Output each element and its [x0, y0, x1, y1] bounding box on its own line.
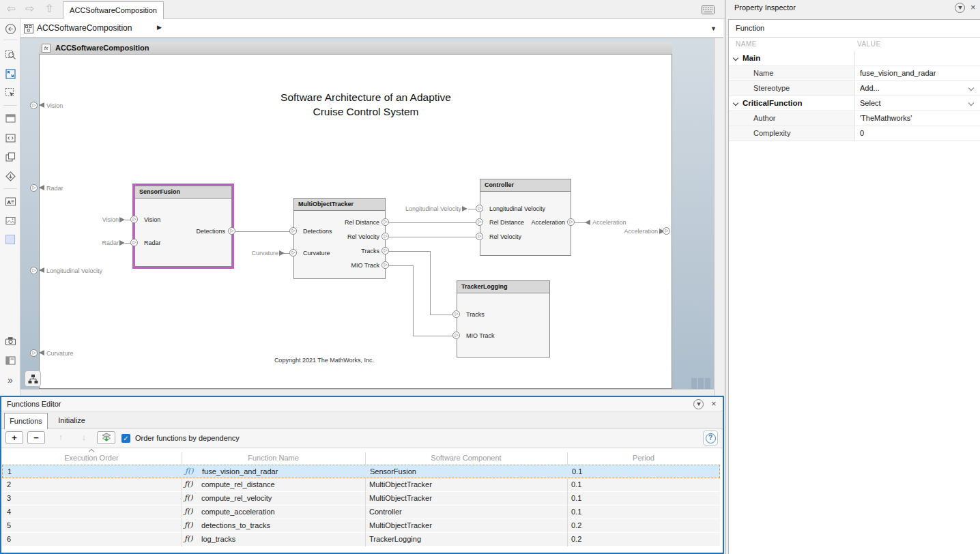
port-out-detections-icon[interactable]: [228, 227, 235, 235]
create-stub-button[interactable]: [97, 431, 115, 444]
route-icon[interactable]: [2, 168, 18, 184]
minimize-panel-icon[interactable]: [693, 399, 704, 409]
port-in-mio-track-icon[interactable]: [452, 332, 460, 339]
signal-label-longitudinal-velocity[interactable]: Longitudinal Velocity: [388, 205, 461, 212]
fit-to-view-icon[interactable]: [2, 65, 18, 82]
move-up-button[interactable]: ↑: [52, 431, 70, 444]
chevron-down-icon[interactable]: [968, 100, 974, 106]
wire[interactable]: [413, 336, 453, 336]
port-out-rel-distance-icon[interactable]: [381, 218, 389, 226]
wire[interactable]: [235, 231, 290, 232]
vertical-scrollbar[interactable]: [714, 38, 723, 396]
hide-browser-icon[interactable]: [2, 20, 18, 37]
breadcrumb-caret-icon[interactable]: ▶: [157, 24, 162, 31]
edge-port-vision-label[interactable]: Vision: [46, 102, 63, 109]
wire[interactable]: [389, 251, 431, 252]
port-in-rel-velocity-icon[interactable]: [476, 233, 483, 240]
port-in-longitudinal-velocity-icon[interactable]: [476, 205, 483, 212]
wire[interactable]: [575, 222, 586, 223]
complexity-value-field[interactable]: 0: [860, 129, 864, 137]
close-panel-icon[interactable]: ×: [711, 399, 717, 409]
viewport-icon[interactable]: [2, 110, 18, 126]
port-in-tracks-icon[interactable]: [452, 310, 460, 318]
zoom-region-icon[interactable]: [2, 46, 18, 63]
add-function-button[interactable]: +: [5, 431, 23, 444]
keyboard-icon[interactable]: [702, 5, 715, 16]
name-value-field[interactable]: fuse_vision_and_radar: [860, 69, 936, 77]
resize-handle[interactable]: [691, 378, 710, 389]
back-icon[interactable]: ⇦: [3, 2, 19, 15]
breadcrumb-dropdown-icon[interactable]: ▼: [710, 25, 717, 32]
column-header-software-component[interactable]: Software Component: [365, 452, 567, 463]
wire[interactable]: [430, 315, 453, 315]
signal-label-radar[interactable]: Radar: [45, 239, 119, 246]
close-panel-icon[interactable]: ×: [970, 3, 976, 12]
tab-functions[interactable]: Functions: [4, 413, 48, 429]
horizontal-scrollbar[interactable]: [20, 389, 714, 396]
image-annotation-icon[interactable]: [2, 212, 18, 229]
expand-toolbar-icon[interactable]: »: [2, 372, 18, 388]
chevron-down-icon[interactable]: [968, 85, 974, 91]
port-in-curvature-icon[interactable]: [289, 249, 297, 257]
port-out-mio-track-icon[interactable]: [381, 261, 389, 269]
column-header-execution-order[interactable]: Execution Order: [1, 452, 182, 463]
breadcrumb-model[interactable]: ACCSoftwareComposition: [37, 23, 132, 33]
port-in-detections-icon[interactable]: [289, 227, 297, 235]
author-value-field[interactable]: 'TheMathworks': [860, 114, 912, 122]
table-row[interactable]: 3 ƒ() compute_rel_velocity MultiObjectTr…: [2, 492, 720, 505]
column-header-period[interactable]: Period: [567, 452, 720, 463]
chevron-down-icon[interactable]: [733, 100, 738, 106]
stereotype-dropdown[interactable]: Add...: [860, 84, 880, 92]
signal-label-curvature[interactable]: Curvature: [203, 250, 278, 257]
wire[interactable]: [389, 265, 414, 266]
port-in-vision-icon[interactable]: [130, 216, 138, 223]
move-down-button[interactable]: ↓: [75, 431, 93, 444]
select-region-icon[interactable]: [2, 85, 18, 101]
chevron-down-icon[interactable]: [733, 55, 738, 61]
panel-layout-icon[interactable]: [2, 352, 18, 368]
remove-function-button[interactable]: −: [27, 431, 45, 444]
screenshot-icon[interactable]: [2, 333, 18, 349]
edge-port-vision-icon[interactable]: [30, 102, 38, 109]
block-trackerlogging[interactable]: TrackerLogging: [457, 280, 550, 358]
table-row[interactable]: 4 ƒ() compute_acceleration Controller 0.…: [2, 506, 720, 519]
edge-port-longitudinal-velocity-label[interactable]: Longitudinal Velocity: [46, 267, 102, 274]
port-in-rel-distance-icon[interactable]: [476, 218, 483, 226]
tab-accsoftwarecomposition[interactable]: ACCSoftwareComposition: [63, 1, 164, 19]
signal-label-vision[interactable]: Vision: [45, 216, 119, 223]
edge-port-longitudinal-velocity-icon[interactable]: [30, 267, 38, 274]
port-out-tracks-icon[interactable]: [381, 247, 389, 254]
table-row[interactable]: 2 ƒ() compute_rel_distance MultiObjectTr…: [2, 478, 720, 491]
wire[interactable]: [430, 251, 431, 315]
wire[interactable]: [389, 237, 476, 237]
edge-port-acceleration-label[interactable]: Acceleration: [583, 228, 658, 235]
tab-initialize[interactable]: Initialize: [49, 413, 94, 428]
code-view-icon[interactable]: [2, 130, 18, 146]
forward-icon[interactable]: ⇨: [22, 2, 38, 15]
signal-label-acceleration[interactable]: Acceleration: [592, 219, 626, 226]
edge-port-curvature-icon[interactable]: [30, 349, 38, 357]
block-controller[interactable]: Controller: [480, 179, 571, 256]
help-button[interactable]: ?: [703, 431, 718, 446]
table-row[interactable]: 6 ƒ() log_tracks TrackerLogging 0.2: [2, 533, 720, 546]
edge-port-acceleration-icon[interactable]: [663, 227, 670, 235]
minimize-panel-icon[interactable]: [955, 3, 965, 13]
annotation-icon[interactable]: A: [2, 193, 18, 209]
port-out-rel-velocity-icon[interactable]: [381, 233, 389, 240]
hierarchy-view-button[interactable]: [25, 370, 41, 387]
edge-port-curvature-label[interactable]: Curvature: [46, 350, 74, 357]
area-annotation-icon[interactable]: [2, 231, 18, 248]
duplicate-icon[interactable]: [2, 149, 18, 165]
column-header-function-name[interactable]: Function Name: [182, 452, 365, 463]
table-row[interactable]: 5 ƒ() detections_to_tracks MultiObjectTr…: [2, 519, 720, 532]
diagram-canvas[interactable]: ACCSoftwareComposition Software Architec…: [20, 38, 723, 396]
edge-port-radar-icon[interactable]: [30, 184, 38, 192]
wire[interactable]: [389, 222, 476, 223]
edge-port-radar-label[interactable]: Radar: [46, 185, 63, 192]
port-out-acceleration-icon[interactable]: [567, 218, 575, 226]
order-by-dependency-checkbox[interactable]: [121, 434, 130, 443]
up-icon[interactable]: ⇧: [41, 2, 57, 15]
criticalfunction-dropdown[interactable]: Select: [860, 99, 881, 107]
table-row[interactable]: 1 ƒ() fuse_vision_and_radar SensorFusion…: [2, 465, 720, 478]
wire[interactable]: [413, 265, 414, 336]
